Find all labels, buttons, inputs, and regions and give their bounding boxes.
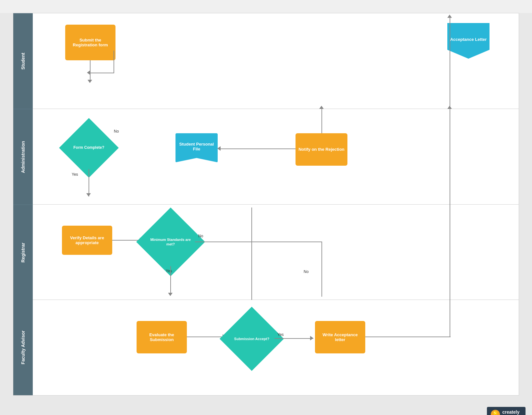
student-personal-file-box: Student Personal File [175, 133, 218, 162]
arrow-eval-sub-h [187, 337, 226, 337]
arrow-write-accept-right [365, 337, 451, 337]
arrow-min-yes-down [170, 266, 171, 295]
form-complete-label: Form Complete? [73, 145, 104, 150]
submit-form-box: Submit the Registration form [65, 25, 115, 60]
verify-details-label: Verify Details are appropriate [62, 233, 112, 248]
yes-label-min: Yes [166, 269, 172, 273]
student-personal-file-label: Student Personal File [175, 139, 218, 154]
no-label-min: No [198, 234, 203, 238]
submission-accept-label: Submission Accept? [234, 337, 269, 341]
arrow-min-no-down [321, 242, 322, 297]
evaluate-submission-box: Evaluate the Submission [137, 321, 187, 353]
watermark-text: creately Diagramming [502, 409, 522, 415]
arrow-form-yes-down [89, 169, 89, 196]
write-acceptance-label: Write Acceptance letter [315, 330, 365, 345]
arrowhead-min-yes-down [168, 293, 173, 296]
notify-rejection-label: Notify on the Rejection [296, 144, 347, 154]
evaluate-submission-label: Evaluate the Submission [137, 330, 187, 345]
lane-faculty: Evaluate the Submission Submission Accep… [33, 300, 519, 395]
arrow-write-accept-up [450, 18, 450, 337]
arrowhead-no-back [87, 70, 90, 75]
lane-label-registrar: Registrar [13, 205, 33, 300]
lane-administration: Form Complete? No Yes Student Personal F… [33, 109, 519, 205]
arrow-no-back-h [90, 73, 114, 73]
arrow-sub-yes-h [274, 338, 313, 339]
arrow-reg-no-up [321, 109, 322, 133]
yes-label-acc: Yes [277, 332, 284, 337]
no-label-sub: No [304, 269, 308, 274]
arrowhead-write-accept [447, 15, 452, 18]
lane-student: Submit the Registration form Acceptance … [33, 13, 519, 109]
submission-accept-diamond: Submission Accept? [220, 307, 284, 371]
arrow-sub-no-up [251, 208, 252, 300]
yes-label-form: Yes [72, 172, 78, 177]
arrow-notify-file-h [220, 148, 296, 149]
watermark-bulb-icon: 💡 [491, 410, 500, 415]
arrowhead-notify-file [217, 146, 221, 151]
lane-label-faculty: Faculty Advisor [13, 300, 33, 395]
write-acceptance-box: Write Acceptance letter [315, 321, 365, 353]
notify-rejection-box: Notify on the Rejection [296, 133, 347, 166]
arrowhead-reg-no-up [319, 106, 324, 109]
lane-registrar: Verify Details are appropriate Minimum S… [33, 205, 519, 300]
lane-label-student: Student [13, 13, 33, 109]
arrow-min-no-h [195, 242, 322, 242]
no-label-form: No [114, 129, 119, 134]
watermark: 💡 creately Diagramming [487, 407, 526, 415]
acceptance-letter-box: Acceptance Letter [447, 23, 490, 59]
arrowhead-form-yes-down [86, 193, 91, 196]
arrow-no-back-v [114, 51, 114, 73]
min-standards-label: Minimum Standards are met? [146, 237, 195, 246]
verify-details-box: Verify Details are appropriate [62, 226, 112, 255]
arrowhead-sub-yes [310, 336, 313, 340]
submit-form-label: Submit the Registration form [65, 35, 115, 50]
arrowhead-submit-down [88, 80, 92, 83]
lane-label-administration: Administration [13, 109, 33, 205]
acceptance-letter-label: Acceptance Letter [448, 34, 490, 44]
watermark-brand-label: creately [502, 409, 522, 415]
